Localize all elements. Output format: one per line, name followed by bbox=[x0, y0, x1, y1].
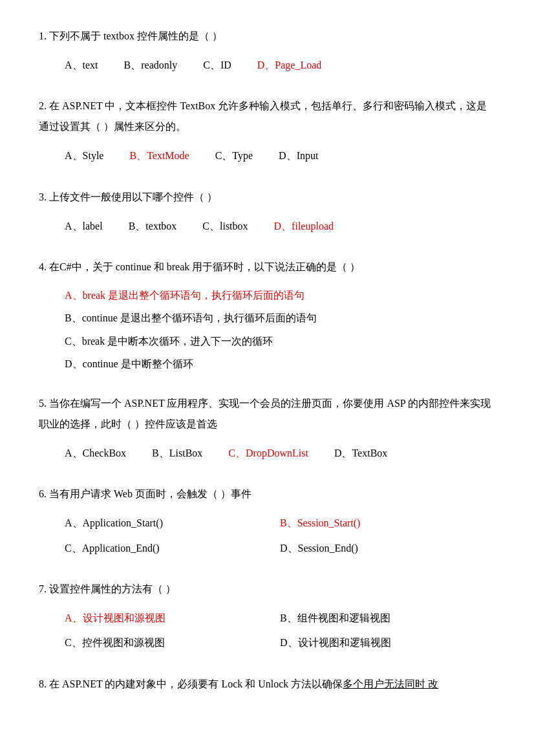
option-1-4: D、Page_Load bbox=[257, 53, 322, 78]
options-inline-5: A、CheckBoxB、ListBoxC、DropDownListD、TextB… bbox=[65, 441, 495, 466]
option-2-1: A、Style bbox=[65, 144, 103, 168]
question-content: 当有用户请求 Web 页面时，会触发（ ）事件 bbox=[49, 488, 251, 499]
option-4-3: C、break 是中断本次循环，进入下一次的循环 bbox=[65, 330, 495, 352]
option-label: C、Type bbox=[215, 150, 253, 161]
option-label: B、readonly bbox=[124, 59, 178, 70]
option-label: B、continue 是退出整个循环语句，执行循环后面的语句 bbox=[65, 312, 317, 323]
option-label: A、label bbox=[65, 221, 103, 232]
option-label: A、Style bbox=[65, 150, 103, 161]
option-label: D、Page_Load bbox=[257, 59, 322, 70]
question-text-2: 2. 在 ASP.NET 中，文本框控件 TextBox 允许多种输入模式，包括… bbox=[39, 96, 495, 137]
question-block-2: 2. 在 ASP.NET 中，文本框控件 TextBox 允许多种输入模式，包括… bbox=[39, 96, 495, 168]
option-5-4: D、TextBox bbox=[334, 441, 387, 466]
question-block-4: 4. 在C#中，关于 continue 和 break 用于循环时，以下说法正确… bbox=[39, 257, 495, 375]
option-1-1: A、text bbox=[65, 53, 98, 78]
option-7-4: D、设计视图和逻辑视图 bbox=[280, 631, 495, 655]
question-block-8: 8. 在 ASP.NET 的内建对象中，必须要有 Lock 和 Unlock 方… bbox=[39, 674, 495, 695]
question-content: 下列不属于 textbox 控件属性的是（ ） bbox=[49, 30, 222, 41]
question-content: 在 ASP.NET 中，文本框控件 TextBox 允许多种输入模式，包括单行、… bbox=[39, 100, 487, 132]
question-content: 当你在编写一个 ASP.NET 应用程序、实现一个会员的注册页面，你要使用 AS… bbox=[39, 398, 491, 429]
option-7-3: C、控件视图和源视图 bbox=[65, 631, 280, 655]
option-5-1: A、CheckBox bbox=[65, 441, 126, 466]
question-text-7: 7. 设置控件属性的方法有（ ） bbox=[39, 579, 495, 599]
question-content: 上传文件一般使用以下哪个控件（ ） bbox=[49, 191, 217, 202]
option-6-1: A、Application_Start() bbox=[65, 511, 280, 535]
option-label: D、continue 是中断整个循环 bbox=[65, 358, 193, 369]
option-label: A、text bbox=[65, 59, 98, 70]
option-4-1: A、break 是退出整个循环语句，执行循环后面的语句 bbox=[65, 284, 495, 307]
question-number: 2. bbox=[39, 100, 49, 111]
option-label: A、设计视图和源视图 bbox=[65, 612, 166, 623]
question-number: 3. bbox=[39, 191, 49, 202]
question-text-4: 4. 在C#中，关于 continue 和 break 用于循环时，以下说法正确… bbox=[39, 257, 495, 277]
option-label: D、TextBox bbox=[334, 448, 387, 459]
options-grid-7: A、设计视图和源视图B、组件视图和逻辑视图C、控件视图和源视图D、设计视图和逻辑… bbox=[65, 606, 495, 656]
option-label: D、Input bbox=[279, 150, 318, 161]
question-number: 8. bbox=[39, 678, 49, 689]
option-label: C、listbox bbox=[202, 221, 248, 232]
option-3-4: D、fileupload bbox=[274, 214, 334, 239]
question-block-6: 6. 当有用户请求 Web 页面时，会触发（ ）事件A、Application_… bbox=[39, 484, 495, 561]
option-label: C、break 是中断本次循环，进入下一次的循环 bbox=[65, 336, 273, 347]
options-inline-2: A、StyleB、TextModeC、TypeD、Input bbox=[65, 144, 495, 168]
option-label: B、TextMode bbox=[129, 150, 189, 161]
option-4-2: B、continue 是退出整个循环语句，执行循环后面的语句 bbox=[65, 307, 495, 329]
option-label: B、组件视图和逻辑视图 bbox=[280, 612, 390, 623]
options-inline-1: A、textB、readonlyC、IDD、Page_Load bbox=[65, 53, 495, 78]
options-inline-3: A、labelB、textboxC、listboxD、fileupload bbox=[65, 214, 495, 239]
question-block-5: 5. 当你在编写一个 ASP.NET 应用程序、实现一个会员的注册页面，你要使用… bbox=[39, 393, 495, 466]
option-label: D、设计视图和逻辑视图 bbox=[280, 637, 391, 648]
question-text-3: 3. 上传文件一般使用以下哪个控件（ ） bbox=[39, 187, 495, 208]
option-1-3: C、ID bbox=[203, 53, 231, 78]
question-number: 7. bbox=[39, 583, 49, 594]
option-5-2: B、ListBox bbox=[152, 441, 202, 466]
question-number: 5. bbox=[39, 398, 49, 409]
question-number: 1. bbox=[39, 30, 49, 41]
option-6-3: C、Application_End() bbox=[65, 536, 280, 561]
question-block-1: 1. 下列不属于 textbox 控件属性的是（ ）A、textB、readon… bbox=[39, 26, 495, 78]
option-label: A、break 是退出整个循环语句，执行循环后面的语句 bbox=[65, 290, 304, 301]
option-label: C、ID bbox=[203, 59, 231, 70]
option-label: B、Session_Start() bbox=[280, 517, 360, 528]
option-5-3: C、DropDownList bbox=[228, 441, 308, 466]
option-2-4: D、Input bbox=[279, 144, 318, 168]
option-label: D、Session_End() bbox=[280, 543, 358, 554]
question-number: 4. bbox=[39, 261, 49, 272]
option-label: D、fileupload bbox=[274, 221, 334, 232]
option-6-4: D、Session_End() bbox=[280, 536, 495, 561]
underline-text: 多个用户无法同时 改 bbox=[343, 678, 438, 689]
option-7-1: A、设计视图和源视图 bbox=[65, 606, 280, 631]
options-4: A、break 是退出整个循环语句，执行循环后面的语句B、continue 是退… bbox=[65, 284, 495, 375]
option-3-1: A、label bbox=[65, 214, 103, 239]
option-label: B、textbox bbox=[129, 221, 177, 232]
question-content: 在C#中，关于 continue 和 break 用于循环时，以下说法正确的是（… bbox=[49, 261, 360, 272]
option-3-2: B、textbox bbox=[129, 214, 177, 239]
option-2-2: B、TextMode bbox=[129, 144, 189, 168]
option-label: B、ListBox bbox=[152, 448, 202, 459]
option-7-2: B、组件视图和逻辑视图 bbox=[280, 606, 495, 631]
question-number: 6. bbox=[39, 488, 49, 499]
option-3-3: C、listbox bbox=[202, 214, 248, 239]
question-block-3: 3. 上传文件一般使用以下哪个控件（ ）A、labelB、textboxC、li… bbox=[39, 187, 495, 239]
option-label: A、CheckBox bbox=[65, 448, 126, 459]
options-grid-6: A、Application_Start()B、Session_Start()C、… bbox=[65, 511, 495, 561]
option-6-2: B、Session_Start() bbox=[280, 511, 495, 535]
question-content: 设置控件属性的方法有（ ） bbox=[49, 583, 176, 594]
question-text-1: 1. 下列不属于 textbox 控件属性的是（ ） bbox=[39, 26, 495, 47]
question-content: 在 ASP.NET 的内建对象中，必须要有 Lock 和 Unlock 方法以确… bbox=[49, 678, 438, 689]
option-label: C、控件视图和源视图 bbox=[65, 637, 165, 648]
option-label: A、Application_Start() bbox=[65, 517, 163, 528]
question-text-8: 8. 在 ASP.NET 的内建对象中，必须要有 Lock 和 Unlock 方… bbox=[39, 674, 495, 695]
option-label: C、Application_End() bbox=[65, 543, 160, 554]
question-text-5: 5. 当你在编写一个 ASP.NET 应用程序、实现一个会员的注册页面，你要使用… bbox=[39, 393, 495, 435]
option-1-2: B、readonly bbox=[124, 53, 178, 78]
question-block-7: 7. 设置控件属性的方法有（ ）A、设计视图和源视图B、组件视图和逻辑视图C、控… bbox=[39, 579, 495, 656]
option-2-3: C、Type bbox=[215, 144, 253, 168]
option-4-4: D、continue 是中断整个循环 bbox=[65, 352, 495, 375]
option-label: C、DropDownList bbox=[228, 448, 308, 459]
question-text-6: 6. 当有用户请求 Web 页面时，会触发（ ）事件 bbox=[39, 484, 495, 504]
